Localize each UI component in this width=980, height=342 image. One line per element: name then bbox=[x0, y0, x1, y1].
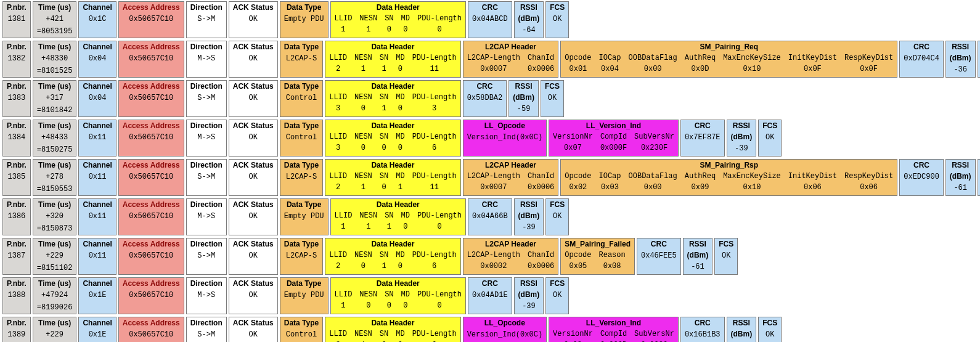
data-header-cell: Data HeaderLLID1NESN0SN0MD0PDU-Length0 bbox=[330, 277, 466, 314]
crc-cell: CRC0x04ABCD bbox=[468, 1, 512, 38]
l2cap-header-cell: L2CAP HeaderL2CAP-Length0x0007ChanId0x00… bbox=[463, 41, 559, 78]
direction-cell: DirectionS->M bbox=[186, 80, 227, 117]
crc-cell: CRC0x58DBA2 bbox=[463, 80, 507, 117]
pnbr-cell: P.nbr.1385 bbox=[2, 159, 31, 196]
time-cell: Time (us)+320=8150873 bbox=[33, 198, 77, 235]
channel-cell: Channel0x1E bbox=[78, 317, 116, 342]
direction-cell: DirectionM->S bbox=[186, 120, 227, 157]
time-cell: Time (us)+47924=8199026 bbox=[33, 277, 77, 314]
rssi-cell: RSSI(dBm)-39 bbox=[514, 277, 544, 314]
crc-cell: CRC0x04AD1E bbox=[468, 277, 512, 314]
access-address-cell: Access Address0x50657C10 bbox=[118, 80, 184, 117]
time-cell: Time (us)+278=8150553 bbox=[33, 159, 77, 196]
fcs-cell: FCSOK bbox=[541, 80, 564, 117]
channel-cell: Channel0x11 bbox=[78, 238, 116, 275]
direction-cell: DirectionM->S bbox=[186, 198, 227, 235]
l2cap-header-cell: L2CAP HeaderL2CAP-Length0x0002ChanId0x00… bbox=[463, 238, 559, 275]
packet-row[interactable]: P.nbr.1388Time (us)+47924=8199026Channel… bbox=[2, 277, 978, 314]
rssi-cell: RSSI(dBm)-36 bbox=[945, 41, 976, 78]
packet-row[interactable]: P.nbr.1383Time (us)+317=8101842Channel0x… bbox=[2, 80, 978, 117]
ll-opcode-cell: LL_OpcodeVersion_Ind(0x0C) bbox=[463, 120, 547, 157]
direction-cell: DirectionM->S bbox=[186, 41, 227, 78]
pnbr-cell: P.nbr.1389 bbox=[2, 317, 31, 342]
data-type-cell: Data TypeL2CAP-S bbox=[280, 41, 323, 78]
packet-row[interactable]: P.nbr.1385Time (us)+278=8150553Channel0x… bbox=[2, 159, 978, 196]
packet-row[interactable]: P.nbr.1381Time (us)+421=8053195Channel0x… bbox=[2, 1, 978, 38]
data-type-cell: Data TypeControl bbox=[280, 120, 323, 157]
ack-status-cell: ACK StatusOK bbox=[229, 238, 278, 275]
rssi-cell: RSSI(dBm)-39 bbox=[514, 198, 544, 235]
fcs-cell: FCSOK bbox=[978, 159, 980, 196]
pnbr-cell: P.nbr.1388 bbox=[2, 277, 31, 314]
access-address-cell: Access Address0x50657C10 bbox=[118, 238, 184, 275]
channel-cell: Channel0x04 bbox=[78, 80, 116, 117]
channel-cell: Channel0x04 bbox=[78, 41, 116, 78]
crc-cell: CRC0x7EF87E bbox=[680, 120, 725, 157]
data-header-cell: Data HeaderLLID2NESN0SN1MD0PDU-Length6 bbox=[325, 238, 460, 275]
rssi-cell: RSSI(dBm)-39 bbox=[727, 120, 757, 157]
fcs-cell: FCSOK bbox=[714, 238, 738, 275]
data-header-cell: Data HeaderLLID2NESN1SN0MD1PDU-Length11 bbox=[325, 159, 460, 196]
time-cell: Time (us)+229=8199255 bbox=[33, 317, 77, 342]
pnbr-cell: P.nbr.1386 bbox=[2, 198, 31, 235]
direction-cell: DirectionS->M bbox=[186, 159, 227, 196]
channel-cell: Channel0x11 bbox=[78, 159, 116, 196]
rssi-cell: RSSI(dBm)-61 bbox=[683, 238, 713, 275]
data-type-cell: Data TypeL2CAP-S bbox=[280, 238, 323, 275]
rssi-cell: RSSI(dBm)-59 bbox=[508, 80, 539, 117]
access-address-cell: Access Address0x50657C10 bbox=[118, 317, 184, 342]
channel-cell: Channel0x1C bbox=[78, 1, 116, 38]
crc-cell: CRC0x46FEE5 bbox=[637, 238, 681, 275]
rssi-cell: RSSI(dBm)-64 bbox=[514, 1, 544, 38]
pnbr-cell: P.nbr.1381 bbox=[2, 1, 31, 38]
pnbr-cell: P.nbr.1387 bbox=[2, 238, 31, 275]
sm-pairing-cell: SM_Pairing_ReqOpcode0x01IOCap0x04OOBData… bbox=[560, 41, 897, 78]
ll-version-ind-cell: LL_Version_IndVersionNr0x07CompId0x000FS… bbox=[549, 120, 679, 157]
data-type-cell: Data TypeEmpty PDU bbox=[280, 1, 329, 38]
time-cell: Time (us)+317=8101842 bbox=[33, 80, 77, 117]
packet-row[interactable]: P.nbr.1384Time (us)+48433=8150275Channel… bbox=[2, 120, 978, 157]
crc-cell: CRC0x16B1B3 bbox=[680, 317, 725, 342]
fcs-cell: FCSOK bbox=[978, 41, 980, 78]
sm-pairing-cell: SM_Pairing_RspOpcode0x02IOCap0x03OOBData… bbox=[560, 159, 897, 196]
ll-version-ind-cell: LL_Version_IndVersionNr0x08CompId0x000DS… bbox=[549, 317, 679, 342]
ack-status-cell: ACK StatusOK bbox=[229, 120, 278, 157]
time-cell: Time (us)+48330=8101525 bbox=[33, 41, 77, 78]
packet-row[interactable]: P.nbr.1382Time (us)+48330=8101525Channel… bbox=[2, 41, 978, 78]
ack-status-cell: ACK StatusOK bbox=[229, 159, 278, 196]
direction-cell: DirectionM->S bbox=[186, 277, 227, 314]
pnbr-cell: P.nbr.1382 bbox=[2, 41, 31, 78]
direction-cell: DirectionS->M bbox=[186, 1, 227, 38]
data-type-cell: Data TypeEmpty PDU bbox=[280, 198, 329, 235]
time-cell: Time (us)+421=8053195 bbox=[33, 1, 77, 38]
pnbr-cell: P.nbr.1383 bbox=[2, 80, 31, 117]
rssi-cell: RSSI(dBm)-64 bbox=[727, 317, 757, 342]
access-address-cell: Access Address0x50657C10 bbox=[118, 120, 184, 157]
access-address-cell: Access Address0x50657C10 bbox=[118, 159, 184, 196]
ack-status-cell: ACK StatusOK bbox=[229, 198, 278, 235]
data-header-cell: Data HeaderLLID2NESN1SN1MD0PDU-Length11 bbox=[325, 41, 460, 78]
crc-cell: CRC0xD704C4 bbox=[899, 41, 944, 78]
sm-pairing-failed-cell: SM_Pairing_FailedOpcode0x05Reason0x08 bbox=[560, 238, 635, 275]
data-header-cell: Data HeaderLLID3NESN1SN0MD0PDU-Length6 bbox=[325, 317, 460, 342]
time-cell: Time (us)+48433=8150275 bbox=[33, 120, 77, 157]
data-header-cell: Data HeaderLLID3NESN0SN0MD0PDU-Length6 bbox=[325, 120, 460, 157]
access-address-cell: Access Address0x50657C10 bbox=[118, 277, 184, 314]
time-cell: Time (us)+229=8151102 bbox=[33, 238, 77, 275]
fcs-cell: FCSOK bbox=[758, 120, 782, 157]
packet-row[interactable]: P.nbr.1386Time (us)+320=8150873Channel0x… bbox=[2, 198, 978, 235]
ack-status-cell: ACK StatusOK bbox=[229, 80, 278, 117]
access-address-cell: Access Address0x50657C10 bbox=[118, 1, 184, 38]
ack-status-cell: ACK StatusOK bbox=[229, 317, 278, 342]
ll-opcode-cell: LL_OpcodeVersion_Ind(0x0C) bbox=[463, 317, 547, 342]
packet-row[interactable]: P.nbr.1387Time (us)+229=8151102Channel0x… bbox=[2, 238, 978, 275]
packet-row[interactable]: P.nbr.1389Time (us)+229=8199255Channel0x… bbox=[2, 317, 978, 342]
data-header-cell: Data HeaderLLID3NESN0SN1MD0PDU-Length3 bbox=[325, 80, 460, 117]
fcs-cell: FCSOK bbox=[545, 277, 569, 314]
access-address-cell: Access Address0x50657C10 bbox=[118, 41, 184, 78]
rssi-cell: RSSI(dBm)-61 bbox=[945, 159, 976, 196]
packet-list: P.nbr.1381Time (us)+421=8053195Channel0x… bbox=[2, 1, 978, 342]
direction-cell: DirectionS->M bbox=[186, 238, 227, 275]
crc-cell: CRC0x04A66B bbox=[468, 198, 512, 235]
ack-status-cell: ACK StatusOK bbox=[229, 277, 278, 314]
